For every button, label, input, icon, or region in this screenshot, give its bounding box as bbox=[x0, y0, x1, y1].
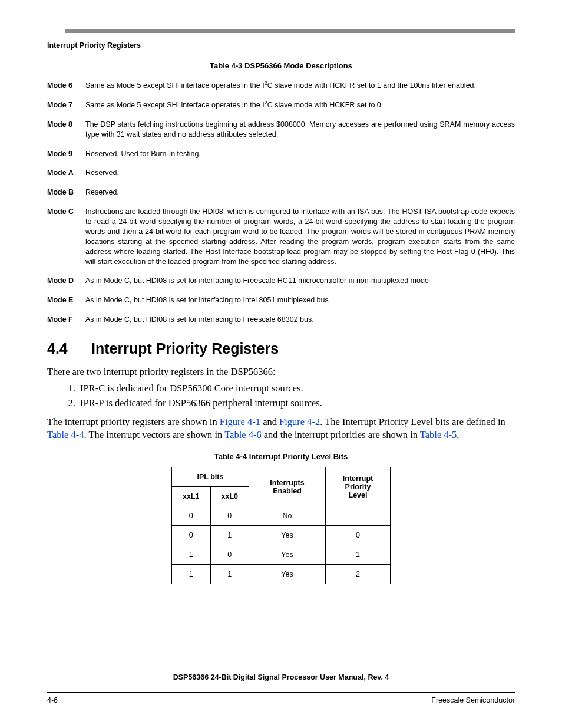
text-fragment: . bbox=[457, 429, 459, 440]
table-cell: 2 bbox=[326, 565, 391, 584]
footer-rule bbox=[47, 692, 515, 693]
mode-row: Mode AReserved. bbox=[47, 168, 515, 178]
text-fragment: . The interrupt vectors are shown in bbox=[84, 429, 225, 440]
mode-row: Mode BReserved. bbox=[47, 187, 515, 197]
table-cell: 0 bbox=[210, 545, 249, 565]
table-4-3-caption: Table 4-3 DSP56366 Mode Descriptions bbox=[47, 61, 515, 70]
section-heading: 4.4Interrupt Priority Registers bbox=[47, 340, 515, 357]
mode-row: Mode 6Same as Mode 5 except SHI interfac… bbox=[47, 81, 515, 91]
table-cell: No bbox=[249, 506, 326, 526]
table-4-4-caption: Table 4-4 Interrupt Priority Level Bits bbox=[47, 452, 515, 461]
mode-row: Mode CInstructions are loaded through th… bbox=[47, 207, 515, 266]
col-header-priority: Interrupt Priority Level bbox=[326, 467, 391, 506]
mode-description: Same as Mode 5 except SHI interface oper… bbox=[85, 100, 515, 110]
table-cell: 1 bbox=[326, 545, 391, 565]
mode-descriptions: Mode 6Same as Mode 5 except SHI interfac… bbox=[47, 81, 515, 325]
mode-row: Mode FAs in Mode C, but HDI08 is set for… bbox=[47, 315, 515, 325]
mode-label: Mode A bbox=[47, 168, 85, 178]
mode-row: Mode 8The DSP starts fetching instructio… bbox=[47, 120, 515, 140]
table-cell: Yes bbox=[249, 545, 326, 565]
table-cell: 1 bbox=[172, 565, 211, 584]
xref-table-4-4[interactable]: Table 4-4 bbox=[47, 429, 84, 440]
mode-description: Instructions are loaded through the HDI0… bbox=[85, 207, 515, 266]
footer-doc-title: DSP56366 24-Bit Digital Signal Processor… bbox=[47, 673, 515, 681]
xref-table-4-6[interactable]: Table 4-6 bbox=[224, 429, 262, 440]
footer-vendor: Freescale Semiconductor bbox=[431, 696, 515, 704]
mode-description: Reserved. bbox=[85, 187, 515, 197]
references-paragraph: The interrupt priority registers are sho… bbox=[47, 416, 515, 442]
ipl-table: IPL bits Interrupts Enabled Interrupt Pr… bbox=[171, 467, 391, 584]
table-row: 11Yes2 bbox=[172, 565, 391, 584]
mode-label: Mode D bbox=[47, 276, 85, 286]
mode-row: Mode EAs in Mode C, but HDI08 is set for… bbox=[47, 295, 515, 305]
col-header-xxl0: xxL0 bbox=[210, 487, 249, 506]
header-rule bbox=[65, 29, 515, 33]
mode-label: Mode 6 bbox=[47, 81, 85, 91]
table-cell: 0 bbox=[172, 506, 211, 526]
table-cell: 1 bbox=[172, 545, 211, 565]
page-number: 4-6 bbox=[47, 696, 58, 704]
table-cell: 0 bbox=[172, 526, 211, 545]
intro-paragraph: There are two interrupt priority registe… bbox=[47, 365, 515, 378]
section-title: Interrupt Priority Registers bbox=[91, 340, 279, 357]
list-item: IPR-P is dedicated for DSP56366 peripher… bbox=[78, 397, 515, 410]
mode-row: Mode 7Same as Mode 5 except SHI interfac… bbox=[47, 100, 515, 110]
col-header-interrupts: Interrupts Enabled bbox=[249, 467, 326, 506]
mode-description: As in Mode C, but HDI08 is set for inter… bbox=[85, 276, 515, 286]
mode-label: Mode 8 bbox=[47, 120, 85, 140]
mode-label: Mode 7 bbox=[47, 100, 85, 110]
table-cell: 1 bbox=[210, 565, 249, 584]
table-row: 10Yes1 bbox=[172, 545, 391, 565]
col-header-ipl-bits: IPL bits bbox=[172, 467, 249, 487]
text-fragment: . The Interrupt Priority Level bits are … bbox=[320, 416, 505, 427]
mode-row: Mode DAs in Mode C, but HDI08 is set for… bbox=[47, 276, 515, 286]
mode-label: Mode E bbox=[47, 295, 85, 305]
mode-label: Mode 9 bbox=[47, 149, 85, 159]
mode-label: Mode F bbox=[47, 315, 85, 325]
col-header-xxl1: xxL1 bbox=[172, 487, 211, 506]
register-list: IPR-C is dedicated for DSP56300 Core int… bbox=[78, 382, 515, 410]
text-fragment: The interrupt priority registers are sho… bbox=[47, 416, 220, 427]
table-row: 00No— bbox=[172, 506, 391, 526]
table-cell: 0 bbox=[326, 526, 391, 545]
text-fragment: and the interrupt priorities are shown i… bbox=[262, 429, 420, 440]
text-fragment: and bbox=[260, 416, 279, 427]
page-footer: DSP56366 24-Bit Digital Signal Processor… bbox=[47, 673, 515, 704]
mode-description: As in Mode C, but HDI08 is set for inter… bbox=[85, 295, 515, 305]
table-cell: Yes bbox=[249, 526, 326, 545]
xref-figure-4-1[interactable]: Figure 4-1 bbox=[220, 416, 260, 427]
section-number: 4.4 bbox=[47, 340, 91, 357]
mode-label: Mode B bbox=[47, 187, 85, 197]
table-cell: Yes bbox=[249, 565, 326, 584]
table-cell: — bbox=[326, 506, 391, 526]
xref-table-4-5[interactable]: Table 4-5 bbox=[420, 429, 457, 440]
table-cell: 1 bbox=[210, 526, 249, 545]
body-text: There are two interrupt priority registe… bbox=[47, 365, 515, 442]
mode-row: Mode 9Reserved. Used for Burn-In testing… bbox=[47, 149, 515, 159]
mode-description: As in Mode C, but HDI08 is set for inter… bbox=[85, 315, 515, 325]
xref-figure-4-2[interactable]: Figure 4-2 bbox=[279, 416, 320, 427]
mode-description: The DSP starts fetching instructions beg… bbox=[85, 120, 515, 140]
mode-description: Reserved. bbox=[85, 168, 515, 178]
mode-description: Reserved. Used for Burn-In testing. bbox=[85, 149, 515, 159]
table-row: 01Yes0 bbox=[172, 526, 391, 545]
mode-description: Same as Mode 5 except SHI interface oper… bbox=[85, 81, 515, 91]
mode-label: Mode C bbox=[47, 207, 85, 266]
list-item: IPR-C is dedicated for DSP56300 Core int… bbox=[78, 382, 515, 395]
running-header: Interrupt Priority Registers bbox=[47, 41, 515, 50]
table-cell: 0 bbox=[210, 506, 249, 526]
